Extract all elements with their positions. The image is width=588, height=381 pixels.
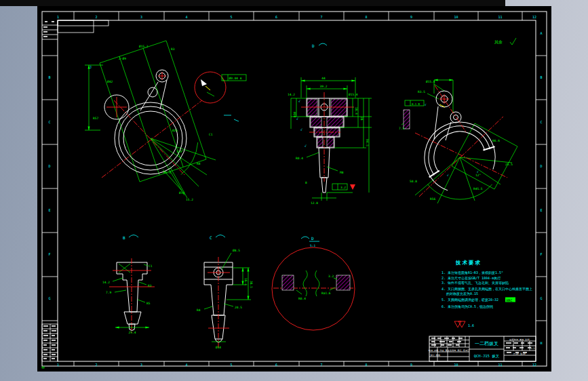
title-right-header: 阶段标记 重量 比例 <box>509 338 529 341</box>
tech-highlight: HRC <box>507 298 513 302</box>
micro-text-mark <box>43 335 48 336</box>
zone-row-label: B <box>48 75 50 79</box>
zone-column-label: 3 <box>140 363 142 367</box>
dim-label: 7.5 <box>399 127 404 130</box>
tech-item: 1. 未注铸造圆角R1~R3，拔模斜度1.5° <box>442 270 503 275</box>
micro-text-mark <box>52 340 56 341</box>
dim-label: 39.2 <box>320 85 328 88</box>
rect-geometry <box>327 117 343 127</box>
dim-label: R3 <box>171 47 175 51</box>
tech-item: 3. 铸件不得有气孔、飞边毛刺、夹渣等缺陷 <box>442 281 509 285</box>
rect-geometry <box>404 110 410 129</box>
cad-viewer-stage: 112233445566778899101011111212ABBCCDDEEF… <box>0 0 588 381</box>
dim-label: Ø25 <box>172 129 178 132</box>
drawing-number: QCH-J15 拨叉 <box>474 354 500 358</box>
micro-text-mark <box>456 344 459 346</box>
zone-column-label: 6 <box>275 363 277 367</box>
title-header-row: 标记 处数 分区 更改文件号 签名 年月日 <box>428 349 470 352</box>
dim-label: 44 <box>321 77 326 80</box>
tech-title: 技术要求 <box>455 260 482 266</box>
title-sign-col: 设计 校核 <box>431 354 441 357</box>
micro-text-mark <box>506 342 511 344</box>
dim-label: 20.5 <box>235 306 242 309</box>
micro-text-mark <box>52 349 55 350</box>
micro-text-mark <box>431 344 436 346</box>
zone-row-label: G <box>540 296 542 300</box>
dim-label: Ø20 <box>293 112 296 117</box>
dim-label: 16.4 <box>355 107 358 115</box>
dim-label: Ø15.4 <box>426 80 435 83</box>
zone-column-label: 8 <box>365 363 367 367</box>
micro-text-mark <box>52 344 56 346</box>
micro-text-mark <box>431 341 435 342</box>
rect-geometry <box>311 117 321 127</box>
finish-check-icon: √ <box>300 128 302 132</box>
zone-column-label: 7 <box>320 15 322 19</box>
zone-column-label: 2 <box>95 363 97 367</box>
zone-column-label: 7 <box>320 363 322 367</box>
rect-geometry <box>307 99 317 116</box>
zone-column-label: 9 <box>410 15 412 19</box>
dim-label: R45.5 <box>473 187 483 190</box>
dim-label: 25.5 <box>505 163 513 166</box>
zone-column-label: 8 <box>365 15 367 19</box>
dim-label: 25.4 <box>129 331 136 334</box>
micro-text-mark <box>43 36 47 37</box>
micro-text-mark <box>43 31 47 33</box>
micro-text-mark <box>43 344 47 346</box>
dim-label: R0.4 <box>296 157 303 160</box>
title-sheet-note: 共1张 第1张 <box>513 353 526 355</box>
micro-text-mark <box>52 358 55 359</box>
zone-column-label: 9 <box>410 363 412 367</box>
tech-item: 的对称度允差为0.15 <box>446 292 478 296</box>
finish-check-icon: √ <box>298 100 300 103</box>
zone-row-label: C <box>540 120 542 124</box>
micro-text-mark <box>43 325 48 327</box>
zone-row-label: F <box>540 252 542 256</box>
rect-geometry <box>336 275 350 290</box>
finish-value: 3.2 <box>340 186 346 189</box>
zone-column-label: 5 <box>230 15 232 19</box>
micro-text-mark <box>507 352 511 353</box>
micro-text-mark <box>52 325 56 327</box>
dim-label: 50.8 <box>410 180 417 183</box>
finish-check-icon: √ <box>305 144 307 148</box>
zone-row-label: A <box>540 31 542 35</box>
dim-label: Ø15.4 <box>349 93 358 96</box>
zone-row-label: D <box>540 164 542 168</box>
dim-label: 8 <box>305 181 307 184</box>
dim-label: R56 <box>430 197 435 201</box>
zone-column-label: 5 <box>230 363 232 367</box>
micro-text-mark <box>43 26 47 28</box>
dim-label: Ø14 <box>216 346 221 349</box>
zone-column-label: 10 <box>454 363 458 367</box>
tech-item: 6. 未注倒角均为C0.5，锐边倒钝 <box>442 304 493 309</box>
micro-text-mark <box>43 358 47 359</box>
zone-row-label: E <box>48 208 50 212</box>
dim-label: 120° <box>176 150 184 153</box>
micro-text-mark <box>43 349 47 350</box>
zone-column-label: 1 <box>57 363 59 367</box>
dim-label: R0.4 <box>298 297 306 300</box>
dim-label: Ø42 <box>107 80 113 83</box>
rest-note: 其余 <box>494 39 503 45</box>
dim-label: R3 <box>148 284 152 287</box>
rect-geometry <box>317 138 323 147</box>
title-scale: 1:1 <box>530 347 534 350</box>
micro-text-mark <box>528 342 532 344</box>
dim-label: 12.8 <box>311 201 318 205</box>
zone-column-label: 12 <box>532 363 536 367</box>
surface-note-value: 1.6 <box>468 323 474 327</box>
dim-label: Ø15.2 <box>139 45 149 48</box>
rect-geometry <box>331 99 347 116</box>
zone-column-label: 6 <box>275 15 277 19</box>
micro-text-mark <box>444 338 449 339</box>
micro-text-mark <box>452 338 455 339</box>
dim-label: R4 <box>197 308 201 312</box>
micro-text-mark <box>437 338 441 339</box>
dim-label: 7.9 <box>106 291 111 294</box>
tech-item: 2. 未注尺寸公差按GB/T 1804-m执行 <box>442 276 501 281</box>
micro-text-mark <box>448 344 452 346</box>
dim-label: R57 <box>93 117 98 120</box>
view-scale: 5:1 <box>310 244 315 247</box>
